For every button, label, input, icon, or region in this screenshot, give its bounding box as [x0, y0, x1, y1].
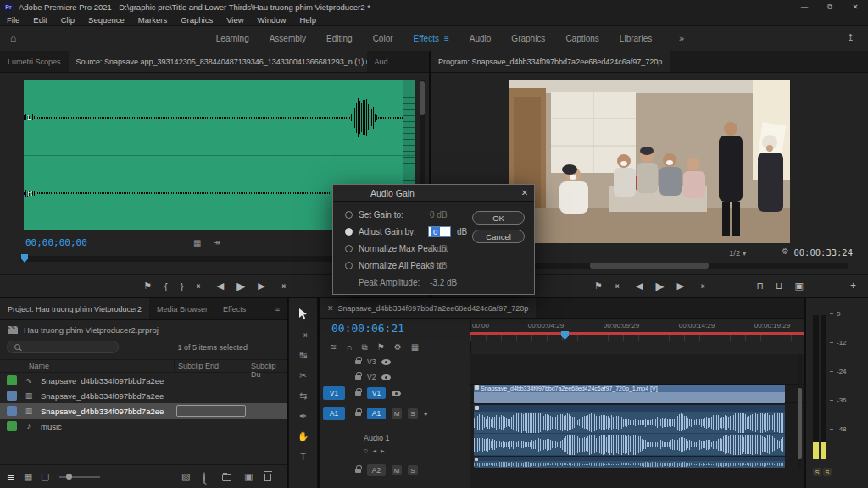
selection-tool[interactable]: [298, 308, 308, 321]
tab-media-browser[interactable]: Media Browser: [149, 298, 215, 319]
workspace-tab-editing[interactable]: Editing: [326, 34, 353, 43]
settings-film-icon[interactable]: ▦: [193, 238, 201, 247]
hand-tool[interactable]: ✋: [298, 430, 309, 443]
workspace-tab-libraries[interactable]: Libraries: [620, 34, 652, 43]
tab-audio-clip-mixer-partial[interactable]: Aud: [367, 51, 396, 72]
voiceover-mic-icon[interactable]: ♦: [424, 409, 427, 418]
minimize-button[interactable]: —: [792, 0, 817, 14]
label-color-chip[interactable]: [7, 406, 17, 416]
menu-item-file[interactable]: File: [0, 15, 26, 25]
track-label-v2[interactable]: V2: [367, 373, 376, 381]
project-row-1[interactable]: ∿ Snapsave_d4bb334f097bbd7a2ee: [0, 373, 287, 388]
dialog-close-icon[interactable]: ✕: [515, 185, 534, 202]
export-share-icon[interactable]: ↥: [847, 32, 854, 43]
mute-button[interactable]: M: [392, 465, 402, 475]
icon-view-button[interactable]: ▦: [24, 471, 32, 482]
keyframe-icon[interactable]: ○: [364, 446, 372, 455]
track-visibility-eye-icon[interactable]: [381, 359, 391, 365]
tab-project[interactable]: Project: Hau truong phim Vietproducer2: [0, 298, 149, 319]
mute-button[interactable]: M: [392, 408, 402, 419]
workspace-tab-learning[interactable]: Learning: [216, 34, 249, 43]
audio-clip-a2[interactable]: [474, 458, 785, 468]
button-editor-plus[interactable]: +: [850, 280, 856, 291]
snap-magnet-icon[interactable]: ∩: [346, 342, 352, 352]
menu-item-help[interactable]: Help: [292, 15, 323, 25]
prev-keyframe-icon[interactable]: ◂: [372, 446, 381, 455]
captions-icon[interactable]: ▦: [411, 342, 419, 352]
panel-menu-icon[interactable]: ≡: [269, 298, 287, 319]
export-frame-button[interactable]: ▣: [795, 280, 804, 291]
column-subclip-end[interactable]: Subclip End: [178, 362, 219, 370]
subclip-end-edit-box[interactable]: [176, 405, 246, 417]
play-button[interactable]: ▶: [655, 280, 664, 292]
project-bin-row[interactable]: Hau truong phim Vietproducer2.prproj: [8, 325, 159, 335]
program-video-frame[interactable]: [509, 80, 790, 243]
lift-button[interactable]: ⊓: [756, 280, 764, 291]
menu-item-clip[interactable]: Clip: [54, 15, 81, 25]
mark-out-button[interactable]: }: [181, 281, 184, 291]
audio-clip-stereo[interactable]: [474, 405, 785, 456]
lock-icon[interactable]: [355, 360, 361, 364]
timeline-vertical-scrollbar[interactable]: [798, 354, 802, 468]
delete-button[interactable]: [264, 473, 271, 483]
track-header-v1[interactable]: V1: [355, 387, 401, 399]
project-row-3-selected[interactable]: ▥ Snapsave_d4bb334f097bbd7a2ee: [0, 403, 287, 419]
menu-item-markers[interactable]: Markers: [131, 15, 174, 25]
lock-icon[interactable]: [355, 391, 361, 396]
automate-to-sequence-button[interactable]: ▧: [181, 471, 190, 482]
playback-zoom-select[interactable]: 1/2 ▾: [729, 248, 747, 258]
track-target-a1[interactable]: A1: [367, 408, 386, 419]
tab-sequence[interactable]: ✕ Snapsave_d4bb334f097bbd7a2ee68ed424c6a…: [320, 298, 536, 318]
label-color-chip[interactable]: [7, 375, 17, 385]
cancel-button[interactable]: Cancel: [472, 230, 525, 243]
label-color-chip[interactable]: [7, 391, 17, 401]
tab-source-monitor[interactable]: Source: Snapsave.app_393142305_838440487…: [69, 51, 367, 72]
lock-icon[interactable]: [355, 412, 361, 416]
timeline-tracks-area[interactable]: Snapsave_d4bb334f097bbd7a2ee68ed424c6af9…: [470, 354, 804, 488]
workspace-tab-color[interactable]: Color: [373, 34, 393, 43]
track-header-v3[interactable]: V3: [355, 358, 391, 366]
solo-button[interactable]: S: [408, 408, 418, 419]
step-back-button[interactable]: ◀: [217, 280, 224, 291]
adjust-gain-input[interactable]: 0: [428, 226, 451, 237]
close-tab-icon[interactable]: ✕: [327, 304, 334, 313]
freeform-view-button[interactable]: ▢: [41, 471, 49, 482]
menu-item-window[interactable]: Window: [251, 15, 293, 25]
mark-in-button[interactable]: {: [164, 281, 168, 291]
track-lane-v3[interactable]: [470, 354, 804, 369]
play-button[interactable]: ▶: [236, 280, 245, 292]
go-to-out-button[interactable]: ⇥: [697, 280, 704, 291]
step-forward-button[interactable]: ▶: [258, 280, 264, 291]
linked-selection-icon[interactable]: ⧉: [362, 342, 368, 352]
slip-tool[interactable]: ⇆: [299, 390, 307, 402]
workspace-tab-captions[interactable]: Captions: [565, 34, 598, 43]
timeline-ruler[interactable]: 00:00 00:00:04:29 00:00:09:29 00:00:14:2…: [470, 320, 804, 332]
track-lane-v2[interactable]: [470, 369, 804, 385]
add-marker-button[interactable]: ⚑: [143, 280, 152, 291]
menu-item-graphics[interactable]: Graphics: [174, 15, 220, 25]
tab-program-monitor[interactable]: Program: Snapsave_d4bb334f097bbd7a2ee68e…: [431, 51, 670, 72]
fx-badge[interactable]: [475, 385, 479, 390]
type-tool[interactable]: T: [300, 451, 306, 463]
solo-right-button[interactable]: S: [823, 468, 832, 476]
timeline-settings-icon[interactable]: ⚙: [394, 342, 402, 352]
workspace-overflow-icon[interactable]: »: [679, 33, 684, 43]
step-forward-button[interactable]: ▶: [676, 280, 683, 291]
extract-button[interactable]: ⊔: [776, 280, 783, 291]
keyframe-controls[interactable]: ○◂▸: [364, 446, 389, 455]
tab-lumetri-scopes[interactable]: Lumetri Scopes: [0, 51, 69, 72]
timeline-timecode[interactable]: 00:00:06:21: [331, 322, 404, 335]
fx-badge[interactable]: [475, 458, 478, 461]
workspace-tab-effects[interactable]: Effects: [414, 34, 439, 43]
new-item-button[interactable]: ▣: [244, 471, 253, 482]
track-header-a2[interactable]: A2 M S: [355, 464, 418, 476]
project-row-2[interactable]: ▥ Snapsave_d4bb334f097bbd7a2ee: [0, 388, 287, 403]
track-visibility-eye-icon[interactable]: [392, 391, 401, 396]
solo-button[interactable]: S: [408, 465, 418, 475]
audio-track-name[interactable]: Audio 1: [364, 434, 390, 442]
solo-left-button[interactable]: S: [813, 468, 821, 476]
radio-normalize-all-peaks[interactable]: [345, 262, 353, 269]
workspace-tab-graphics[interactable]: Graphics: [511, 34, 545, 43]
next-keyframe-icon[interactable]: ▸: [381, 446, 389, 455]
go-to-out-button[interactable]: ⇥: [278, 280, 286, 291]
